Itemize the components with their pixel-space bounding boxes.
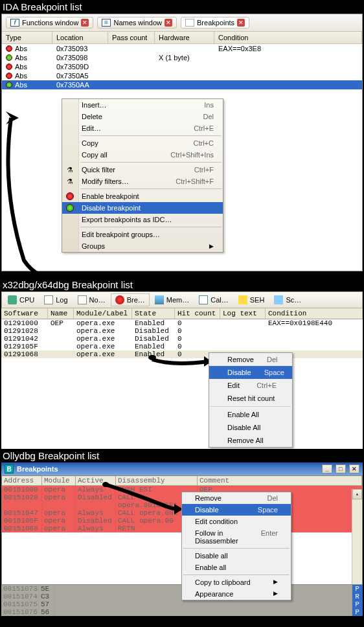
menu-disable[interactable]: DisableSpace: [182, 504, 291, 516]
toolbar-label: SEH: [250, 296, 265, 304]
col-module[interactable]: Module: [42, 476, 76, 486]
menu-disable-breakpoint[interactable]: Disable breakpoint: [62, 202, 223, 214]
breakpoint-dot-icon: [6, 63, 12, 70]
close-icon[interactable]: ✕: [237, 19, 245, 27]
col-type[interactable]: Type: [2, 32, 52, 43]
close-icon[interactable]: ✕: [165, 19, 172, 27]
tab-names-window[interactable]: Names window✕: [97, 17, 177, 28]
names-icon: [102, 19, 111, 27]
breakpoint-row[interactable]: 01291028opera.exeDisabled0: [1, 327, 363, 335]
bp-cond: [266, 343, 363, 350]
disable-icon: [65, 203, 75, 213]
menu-remove[interactable]: RemoveDel: [209, 353, 292, 366]
menu-appearance[interactable]: Appearance▶: [182, 588, 291, 600]
menu-delete[interactable]: DeleteDel: [62, 111, 223, 122]
col-hitcount[interactable]: Hit count: [175, 308, 220, 319]
menu-quick-filter[interactable]: ⚗Quick filterCtrl+F: [62, 164, 223, 176]
menu-edit-condition[interactable]: Edit condition: [182, 516, 291, 527]
menu-label: Disable: [227, 369, 251, 376]
minimize-button[interactable]: _: [322, 464, 332, 473]
menu-edit[interactable]: EditCtrl+E: [209, 379, 292, 392]
col-passcount[interactable]: Pass count: [108, 32, 155, 43]
bp-name: [48, 327, 74, 335]
tab-breakpoints[interactable]: Breakpoints✕: [181, 17, 249, 28]
col-location[interactable]: Location: [52, 32, 108, 43]
toolbar-log[interactable]: Log: [40, 293, 72, 306]
col-software[interactable]: Software: [1, 308, 48, 319]
menu-edit-[interactable]: Edit…Ctrl+E: [62, 122, 223, 134]
toolbar-no[interactable]: No…: [73, 293, 110, 306]
scroll-up-button[interactable]: ▴: [352, 489, 362, 499]
scrollbar[interactable]: ▴: [352, 489, 362, 584]
section-title-ida: IDA Breakpoint list: [0, 0, 364, 14]
menu-copy-all[interactable]: Copy allCtrl+Shift+Ins: [62, 149, 223, 161]
col-module[interactable]: Module/Label: [74, 308, 132, 319]
menu-label: Copy: [82, 139, 181, 147]
bp-hw: [155, 71, 214, 80]
breakpoint-row[interactable]: 01291000OEPopera.exeEnabled0EAX==0x0198E…: [1, 319, 363, 327]
col-condition[interactable]: Condition: [214, 32, 362, 43]
col-logtext[interactable]: Log text: [220, 308, 266, 319]
breakpoint-row[interactable]: Abs0x735093EAX==0x3E8: [2, 44, 362, 53]
dim-row: 0015107557P: [1, 600, 363, 608]
menu-label: Copy to clipboard: [195, 578, 273, 586]
col-disassembly[interactable]: Disassembly: [116, 476, 198, 486]
menu-copy-to-clipboard[interactable]: Copy to clipboard▶: [182, 576, 291, 588]
bp-location: 0x7350A5: [52, 71, 108, 80]
funnel-icon: ⚗: [65, 176, 75, 187]
breakpoint-row[interactable]: Abs0x7350A5: [2, 71, 362, 80]
bp-cond: [214, 53, 362, 62]
breakpoint-row[interactable]: Abs0x73509D: [2, 62, 362, 71]
col-state[interactable]: State: [132, 308, 175, 319]
toolbar-sc[interactable]: Sc…: [269, 293, 306, 306]
breakpoint-row[interactable]: Abs0x7350AA: [2, 80, 362, 89]
menu-export-breakpoints-as-idc-[interactable]: Export breakpoints as IDC…: [62, 214, 223, 225]
breakpoint-dot-icon: [6, 82, 12, 88]
bp-pass: [108, 71, 155, 80]
ida-tabbar: fFunctions window✕Names window✕Breakpoin…: [2, 14, 362, 32]
toolbar-cal[interactable]: Cal…: [194, 293, 233, 306]
breakpoint-row[interactable]: 0129105Fopera.exeEnabled0: [1, 343, 363, 350]
menu-groups[interactable]: Groups▶: [62, 240, 223, 252]
col-name[interactable]: Name: [48, 308, 74, 319]
menu-disable[interactable]: DisableSpace: [209, 366, 292, 379]
funnel-icon: ⚗: [65, 165, 75, 175]
col-active[interactable]: Active: [76, 476, 116, 486]
menu-remove[interactable]: RemoveDel: [182, 492, 291, 504]
menu-enable-all[interactable]: Enable All: [209, 408, 292, 421]
menu-copy[interactable]: CopyCtrl+C: [62, 137, 223, 149]
maximize-button[interactable]: □: [336, 464, 346, 473]
menu-disable-all[interactable]: Disable all: [182, 550, 291, 562]
menu-follow-in-disassembler[interactable]: Follow in DisassemblerEnter: [182, 527, 291, 547]
toolbar-cpu[interactable]: CPU: [3, 293, 39, 306]
toolbar-mem[interactable]: Mem…: [150, 293, 194, 306]
toolbar-bre[interactable]: Bre…: [111, 293, 150, 306]
col-hardware[interactable]: Hardware: [155, 32, 214, 43]
menu-insert-[interactable]: Insert…Ins: [62, 99, 223, 111]
tab-functions-window[interactable]: fFunctions window✕: [6, 17, 93, 28]
col-condition[interactable]: Condition: [266, 308, 363, 319]
breakpoint-row[interactable]: 01291042opera.exeDisabled0: [1, 335, 363, 343]
menu-enable-breakpoint[interactable]: Enable breakpoint: [62, 190, 223, 202]
close-icon[interactable]: ✕: [81, 19, 89, 27]
menu-shortcut: Ins: [191, 101, 214, 109]
breakpoint-row[interactable]: 01291068opera.exeEnabled0: [1, 350, 363, 358]
col-address[interactable]: Address: [2, 476, 42, 486]
olly-titlebar[interactable]: B Breakpoints _ □ ✕: [1, 462, 363, 475]
menu-edit-breakpoint-groups-[interactable]: Edit breakpoint groups…: [62, 229, 223, 240]
menu-enable-all[interactable]: Enable all: [182, 562, 291, 573]
bp-module: opera: [42, 525, 76, 532]
menu-remove-all[interactable]: Remove All: [209, 434, 292, 447]
bp-hw: [155, 44, 214, 53]
breakpoint-row[interactable]: Abs0x735098X (1 byte): [2, 53, 362, 62]
menu-modify-filters-[interactable]: ⚗Modify filters…Ctrl+Shift+F: [62, 176, 223, 187]
bp-cond: EAX==0x3E8: [214, 44, 362, 53]
bp-name: [48, 335, 74, 343]
bp-log: [220, 319, 266, 327]
menu-disable-all[interactable]: Disable All: [209, 421, 292, 434]
menu-reset-hit-count[interactable]: Reset hit count: [209, 392, 292, 405]
col-comment[interactable]: Comment: [198, 476, 362, 486]
close-button[interactable]: ✕: [349, 464, 359, 473]
menu-label: Modify filters…: [82, 177, 163, 185]
toolbar-seh[interactable]: SEH: [234, 293, 269, 306]
